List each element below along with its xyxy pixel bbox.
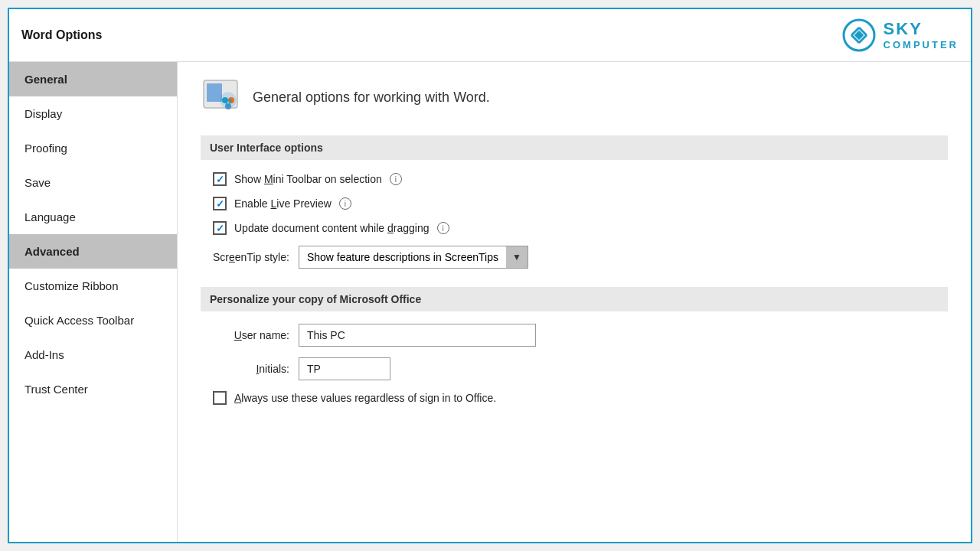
- sidebar-item-quick-access-toolbar-label: Quick Access Toolbar: [24, 314, 134, 327]
- update-dragging-checkbox[interactable]: ✓: [213, 221, 227, 235]
- sidebar-item-add-ins-label: Add-Ins: [24, 348, 64, 361]
- content-header-title: General options for working with Word.: [253, 90, 490, 106]
- mini-toolbar-checkbox[interactable]: ✓: [213, 172, 227, 186]
- mini-toolbar-row: ✓ Show Mini Toolbar on selection i: [201, 172, 948, 186]
- screentip-label: ScreenTip style:: [213, 251, 289, 263]
- always-use-label: Always use these values regardless of si…: [234, 392, 496, 404]
- mini-toolbar-checkmark: ✓: [216, 174, 224, 184]
- mini-toolbar-info-icon[interactable]: i: [390, 173, 402, 185]
- screentip-dropdown-value: Show feature descriptions in ScreenTips: [299, 246, 506, 268]
- live-preview-label: Enable Live Preview: [234, 197, 332, 210]
- live-preview-checkmark: ✓: [216, 199, 224, 209]
- sidebar-item-advanced[interactable]: Advanced: [9, 234, 177, 269]
- update-dragging-row: ✓ Update document content while dragging…: [201, 221, 948, 235]
- sidebar-item-customize-ribbon-label: Customize Ribbon: [24, 279, 119, 292]
- content-area: General options for working with Word. U…: [178, 62, 971, 542]
- sidebar: General Display Proofing Save Language A…: [9, 62, 178, 542]
- initials-input[interactable]: [299, 357, 390, 380]
- sidebar-item-advanced-label: Advanced: [24, 245, 80, 258]
- dialog-title-bar: Word Options SKY COMPUTER: [9, 9, 971, 62]
- screentip-dropdown-arrow[interactable]: ▼: [506, 246, 528, 268]
- sidebar-item-customize-ribbon[interactable]: Customize Ribbon: [9, 269, 177, 303]
- live-preview-row: ✓ Enable Live Preview i: [201, 197, 948, 210]
- sidebar-item-proofing-label: Proofing: [24, 142, 67, 155]
- sidebar-item-general-label: General: [24, 73, 67, 86]
- always-use-row: ✓ Always use these values regardless of …: [201, 391, 948, 405]
- always-use-checkbox[interactable]: ✓: [213, 391, 227, 405]
- dialog-title: Word Options: [21, 28, 102, 42]
- screentip-dropdown-wrapper: Show feature descriptions in ScreenTips …: [299, 246, 528, 269]
- mini-toolbar-label: Show Mini Toolbar on selection: [234, 173, 382, 185]
- username-label: User name:: [213, 329, 289, 341]
- sidebar-item-save[interactable]: Save: [9, 165, 177, 200]
- sidebar-item-trust-center-label: Trust Center: [24, 383, 88, 396]
- initials-row: Initials:: [201, 357, 948, 380]
- logo-text: SKY COMPUTER: [884, 19, 959, 51]
- update-dragging-info-icon[interactable]: i: [437, 222, 449, 234]
- sidebar-item-quick-access-toolbar[interactable]: Quick Access Toolbar: [9, 303, 177, 337]
- screentip-row: ScreenTip style: Show feature descriptio…: [201, 246, 948, 269]
- sidebar-item-trust-center[interactable]: Trust Center: [9, 372, 177, 406]
- username-row: User name:: [201, 324, 948, 347]
- live-preview-info-icon[interactable]: i: [339, 197, 351, 210]
- word-options-dialog: Word Options SKY COMPUTER General: [8, 8, 972, 543]
- sidebar-item-proofing[interactable]: Proofing: [9, 131, 177, 165]
- ui-options-section: User Interface options ✓ Show Mini Toolb…: [201, 135, 948, 269]
- logo-area: SKY COMPUTER: [841, 17, 959, 54]
- svg-rect-2: [207, 83, 222, 102]
- sidebar-item-save-label: Save: [24, 176, 51, 189]
- live-preview-checkbox[interactable]: ✓: [213, 197, 227, 210]
- personalize-section-header: Personalize your copy of Microsoft Offic…: [201, 287, 948, 311]
- initials-label: Initials:: [213, 363, 289, 375]
- logo-icon: [841, 17, 877, 54]
- username-input[interactable]: [299, 324, 536, 347]
- sidebar-item-display-label: Display: [24, 107, 62, 120]
- update-dragging-checkmark: ✓: [216, 223, 224, 233]
- sidebar-item-general[interactable]: General: [9, 62, 177, 96]
- sidebar-item-add-ins[interactable]: Add-Ins: [9, 337, 177, 372]
- sidebar-item-display[interactable]: Display: [9, 96, 177, 131]
- dialog-body: General Display Proofing Save Language A…: [9, 62, 971, 542]
- personalize-section: Personalize your copy of Microsoft Offic…: [201, 287, 948, 405]
- logo-sky: SKY: [884, 19, 959, 39]
- logo-computer: COMPUTER: [884, 39, 959, 51]
- sidebar-item-language-label: Language: [24, 210, 76, 223]
- update-dragging-label: Update document content while dragging: [234, 222, 430, 234]
- sidebar-item-language[interactable]: Language: [9, 200, 177, 234]
- content-header: General options for working with Word.: [201, 77, 948, 117]
- ui-options-section-header: User Interface options: [201, 135, 948, 160]
- general-options-icon: [201, 77, 240, 117]
